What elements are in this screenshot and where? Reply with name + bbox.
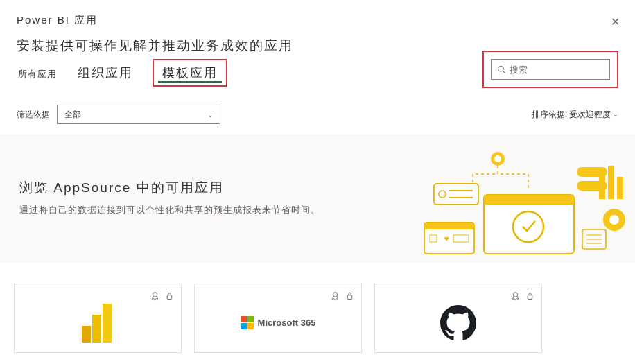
search-icon [497,64,505,74]
svg-point-22 [609,215,619,225]
svg-rect-3 [484,195,574,205]
filter-value: 全部 [64,109,81,121]
certified-icon [150,291,159,300]
search-highlight [482,51,618,88]
svg-rect-35 [528,295,532,300]
svg-point-34 [513,293,518,297]
app-card-powerbi[interactable] [14,284,182,353]
svg-rect-31 [82,326,91,343]
card-label: Microsoft 365 [258,318,316,328]
svg-rect-28 [167,295,172,300]
certified-icon [511,291,520,300]
sort-value: 受欢迎程度 [569,109,611,121]
svg-rect-10 [434,184,478,205]
lock-icon [525,291,534,300]
tab-all-apps[interactable]: 所有应用 [17,64,58,85]
svg-line-1 [503,71,505,73]
filter-row: 筛选依据 全部 ⌄ 排序依据: 受欢迎程度 ⌄ [0,91,635,134]
lock-icon [165,291,174,300]
card-badges [382,291,534,300]
tab-org-apps[interactable]: 组织应用 [76,60,134,85]
banner-heading: 浏览 AppSource 中的可用应用 [19,179,320,197]
card-body [382,300,534,345]
svg-point-0 [498,66,504,71]
filter-select[interactable]: 全部 ⌄ [57,105,220,124]
search-box[interactable] [491,59,610,80]
svg-rect-30 [92,315,101,343]
svg-rect-6 [424,223,474,229]
svg-point-15 [494,155,501,162]
svg-rect-29 [103,304,112,343]
tab-row: 所有应用 组织应用 模板应用 [0,55,635,91]
svg-rect-18 [599,171,605,199]
lock-icon [345,291,354,300]
header: Power BI 应用 ✕ [0,0,635,30]
tab-template-apps[interactable]: 模板应用 [153,59,227,87]
svg-rect-19 [608,166,614,199]
svg-text:♥: ♥ [444,234,449,243]
banner-description: 通过将自己的数据连接到可以个性化和共享的预生成报表来节省时间。 [19,202,320,218]
svg-point-27 [153,293,157,297]
tabs: 所有应用 组织应用 模板应用 [17,59,227,87]
banner-text: 浏览 AppSource 中的可用应用 通过将自己的数据连接到可以个性化和共享的… [19,179,320,218]
svg-rect-33 [347,295,352,300]
github-logo-icon [440,305,476,341]
card-badges [202,291,354,300]
sort-prefix: 排序依据: [532,109,567,121]
app-cards: Microsoft 365 [0,263,635,364]
close-button[interactable]: ✕ [611,15,620,28]
app-card-microsoft365[interactable]: Microsoft 365 [194,284,362,353]
svg-rect-20 [617,177,623,199]
microsoft-logo-icon [241,316,254,329]
certified-icon [331,291,340,300]
filter-label: 筛选依据 [17,109,50,121]
page-title: Power BI 应用 [17,14,618,27]
svg-point-32 [333,293,338,297]
chevron-down-icon: ⌄ [613,111,618,118]
card-badges [21,291,174,300]
appsource-banner: 浏览 AppSource 中的可用应用 通过将自己的数据连接到可以个性化和共享的… [0,134,635,263]
chevron-down-icon: ⌄ [207,111,213,119]
search-input[interactable] [510,64,604,75]
banner-illustration: ♥ [399,146,628,257]
powerbi-logo-icon [80,304,115,343]
sort-control[interactable]: 排序依据: 受欢迎程度 ⌄ [532,109,618,121]
card-body: Microsoft 365 [202,300,354,345]
card-body [21,300,174,345]
app-card-github[interactable] [374,284,542,353]
